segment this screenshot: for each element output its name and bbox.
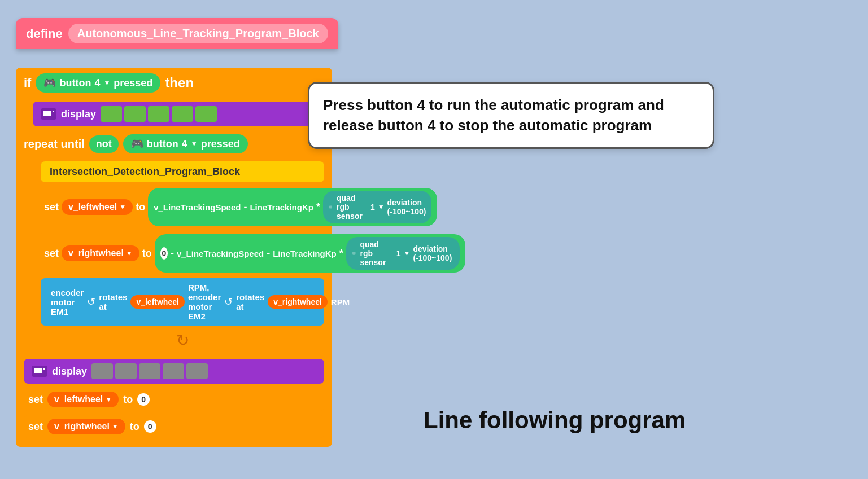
repeat-button-num: 4: [182, 138, 187, 150]
define-label: define: [26, 27, 63, 41]
sensor-num-1: 1: [370, 203, 375, 212]
not-pill: not: [89, 135, 119, 153]
to-label-4: to: [130, 421, 139, 433]
v-rightwheel-pill: v_rightwheel ▼: [62, 245, 139, 261]
mult-op-1: *: [316, 201, 320, 213]
repeat-chevron-icon: ▼: [191, 140, 198, 148]
gamepad-icon: 🎮: [43, 77, 56, 89]
line-following-label: Line following program: [424, 407, 686, 434]
to-label-1: to: [136, 201, 145, 213]
svg-rect-4: [329, 205, 332, 208]
chevron-icon: ▼: [103, 79, 110, 87]
v-rightwheel-pill-2: v_rightwheel ▼: [47, 419, 125, 434]
rotates-at-2: rotates at: [236, 292, 264, 311]
rotates-at-1: rotates at: [99, 292, 127, 311]
intersection-block: Intersection_Detection_Program_Block: [41, 161, 324, 182]
zero-circle-3: 0: [137, 393, 150, 406]
tooltip-box: Press button 4 to run the automatic prog…: [308, 82, 714, 149]
tooltip-text: Press button 4 to run the automatic prog…: [323, 96, 664, 134]
minus-op-3: -: [267, 248, 270, 260]
display-box-gray: [91, 363, 113, 379]
svg-rect-6: [352, 252, 355, 254]
repeat-pressed-label: pressed: [201, 138, 240, 150]
display-label-2: display: [52, 366, 87, 377]
sensor-pill-2: quad rgb sensor 1 ▼ deviation (-100~100): [346, 237, 460, 270]
pressed-label: pressed: [114, 77, 152, 89]
var-chevron: ▼: [119, 203, 126, 211]
v-leftwheel-pill-2: v_leftwheel ▼: [47, 392, 119, 407]
display-icon-2: [32, 366, 47, 377]
speed-var-1: v_LineTrackingSpeed: [154, 203, 241, 212]
set-label-3: set: [28, 394, 43, 406]
loop-arrow: ↻: [41, 329, 324, 352]
repeat-button-pill: 🎮 button 4 ▼ pressed: [123, 134, 248, 153]
display-box-gray: [139, 363, 160, 379]
display-box: [101, 106, 122, 122]
if-body: display: [16, 98, 332, 130]
define-block: define Autonomous_Line_Tracking_Program_…: [16, 18, 338, 49]
sensor-pill-1: quad rgb sensor 1 ▼ deviation (-100~100): [323, 191, 432, 223]
repeat-button-label: button: [147, 138, 178, 150]
if-header: if 🎮 button 4 ▼ pressed then: [16, 68, 332, 98]
kp-var-2: LineTrackingKp: [273, 249, 337, 258]
canvas: define Autonomous_Line_Tracking_Program_…: [0, 0, 868, 479]
svg-rect-11: [34, 368, 42, 373]
repeat-gamepad-icon: 🎮: [131, 138, 143, 150]
repeat-label: repeat until: [24, 138, 85, 151]
zero-circle-4: 0: [144, 420, 156, 433]
button-num: 4: [94, 77, 100, 89]
display-block-1: display: [33, 102, 324, 126]
define-name-pill: Autonomous_Line_Tracking_Program_Block: [68, 24, 328, 43]
kp-var-1: LineTrackingKp: [250, 203, 313, 212]
zero-circle: 0: [160, 247, 168, 260]
display-label-1: display: [61, 108, 96, 120]
minus-op-2: -: [171, 248, 174, 260]
display-boxes-1: [101, 106, 217, 122]
display-boxes-2: [91, 363, 208, 379]
set-rightwheel-row: set v_rightwheel ▼ to 0 - v_LineTracking…: [41, 232, 324, 275]
deviation-1: deviation (-100~100): [387, 198, 426, 216]
var-rightwheel-2: v_rightwheel: [54, 421, 110, 432]
deviation-2: deviation (-100~100): [413, 244, 454, 262]
rotate-icon-2: ↺: [224, 296, 233, 308]
var-leftwheel: v_leftwheel: [68, 202, 117, 212]
display-box: [195, 106, 217, 122]
minus-op-1: -: [243, 201, 247, 213]
set-leftwheel-zero: set v_leftwheel ▼ to 0: [24, 388, 324, 411]
encoder-var2: v_rightwheel: [273, 297, 322, 306]
to-label-2: to: [142, 248, 152, 260]
sensor-label-1: quad rgb sensor: [337, 194, 368, 221]
set-label-1: set: [44, 201, 59, 213]
var-chevron-3: ▼: [105, 395, 112, 403]
sensor-num-2: 1: [396, 249, 401, 258]
rotate-icon-1: ↺: [87, 296, 95, 308]
var-rightwheel: v_rightwheel: [68, 248, 124, 258]
display-box-gray: [186, 363, 208, 379]
repeat-body: Intersection_Detection_Program_Block set…: [16, 158, 332, 355]
encoder-var1: v_leftwheel: [136, 297, 178, 306]
main-container: if 🎮 button 4 ▼ pressed then display: [16, 68, 332, 447]
speed-var-2: v_LineTrackingSpeed: [177, 249, 264, 258]
sensor-chevron-2: ▼: [404, 249, 411, 257]
encoder-rpm-label2: RPM: [331, 297, 350, 307]
set-label-4: set: [28, 421, 43, 433]
display-box: [148, 106, 169, 122]
svg-rect-2: [53, 111, 54, 112]
set-leftwheel-row: set v_leftwheel ▼ to v_LineTrackingSpeed…: [41, 186, 324, 228]
encoder-var2-pill: v_rightwheel: [268, 295, 328, 309]
repeat-header: repeat until not 🎮 button 4 ▼ pressed: [16, 130, 332, 158]
svg-rect-1: [43, 111, 51, 116]
var-chevron-4: ▼: [112, 423, 119, 430]
encoder-rpm-label: RPM, encoder motor EM2: [188, 283, 221, 321]
formula-pill-2: 0 - v_LineTrackingSpeed - LineTrackingKp…: [155, 234, 465, 273]
then-label: then: [165, 75, 194, 91]
v-leftwheel-pill: v_leftwheel ▼: [62, 199, 133, 215]
display-box-gray: [115, 363, 137, 379]
encoder-var1-pill: v_leftwheel: [130, 295, 184, 309]
display-box-gray: [163, 363, 184, 379]
formula-pill-1: v_LineTrackingSpeed - LineTrackingKp * q…: [148, 188, 437, 226]
var-leftwheel-2: v_leftwheel: [54, 394, 103, 405]
intersection-label: Intersection_Detection_Program_Block: [50, 166, 240, 177]
encoder-label-1: encoder motor EM1: [51, 288, 84, 317]
sensor-label-2: quad rgb sensor: [360, 240, 393, 267]
